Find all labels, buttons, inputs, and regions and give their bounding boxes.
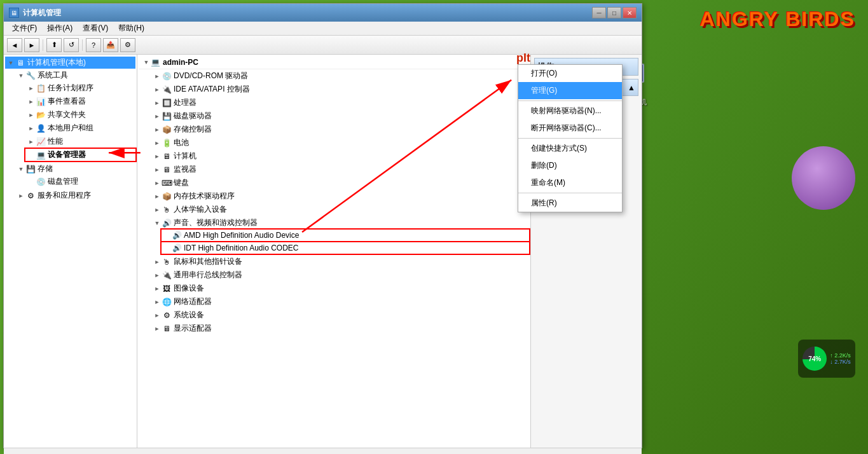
tree-item-perf: ► 📈 性能 — [25, 135, 135, 148]
expand-net[interactable]: ► — [153, 298, 162, 306]
device-row-storage-ctrl[interactable]: ► 📦 存储控制器 — [151, 123, 529, 135]
expand-system-tools[interactable]: ▼ — [17, 71, 25, 80]
device-row-mem-tech[interactable]: ► 📦 内存技术驱动程序 — [151, 190, 529, 202]
tree-row-services[interactable]: ► ⚙ 服务和应用程序 — [15, 189, 135, 202]
minimize-button[interactable]: ─ — [592, 7, 606, 18]
device-row-sys[interactable]: ► ⚙ 系统设备 — [151, 309, 529, 321]
device-row-monitor[interactable]: ► 🖥 监视器 — [151, 163, 529, 175]
expand-storage-ctrl[interactable]: ► — [153, 125, 162, 134]
expand-hid[interactable]: ► — [153, 205, 162, 214]
tree-row-event[interactable]: ► 📊 事件查看器 — [25, 95, 135, 107]
context-menu-map-drive[interactable]: 映射网络驱动器(N)... — [518, 102, 622, 120]
device-row-hdd[interactable]: ► 💾 磁盘驱动器 — [151, 110, 529, 122]
device-row-computer[interactable]: ► 🖥 计算机 — [151, 150, 529, 162]
expand-sys[interactable]: ► — [153, 311, 162, 320]
device-row-img[interactable]: ► 🖼 图像设备 — [151, 282, 529, 294]
device-row-net[interactable]: ► 🌐 网络适配器 — [151, 296, 529, 308]
tree-row-perf[interactable]: ► 📈 性能 — [25, 135, 135, 148]
tree-row-storage[interactable]: ▼ 💾 存储 — [15, 163, 135, 175]
up-button[interactable]: ⬆ — [46, 38, 62, 52]
refresh-button[interactable]: ↺ — [64, 38, 79, 52]
device-row-disp[interactable]: ► 🖥 显示适配器 — [151, 322, 529, 334]
device-row-dvd[interactable]: ► 💿 DVD/CD-ROM 驱动器 — [151, 70, 529, 82]
expand-shared[interactable]: ► — [27, 111, 36, 120]
amd-audio-label: AMD High Definition Audio Device — [184, 231, 299, 240]
menu-file[interactable]: 文件(F) — [7, 22, 42, 35]
cpu-label: 处理器 — [174, 97, 196, 108]
services-icon: ⚙ — [25, 191, 36, 201]
tree-row-disk[interactable]: 💿 磁盘管理 — [25, 175, 135, 188]
tree-row-system-tools[interactable]: ▼ 🔧 系统工具 — [15, 69, 135, 81]
close-button[interactable]: ✕ — [623, 7, 637, 18]
sound-children: 🔊 AMD High Definition Audio Device 🔊 IDT… — [162, 229, 529, 254]
expand-usb[interactable]: ► — [153, 271, 162, 280]
device-row-amd-audio[interactable]: 🔊 AMD High Definition Audio Device — [162, 230, 529, 241]
expand-sound[interactable]: ▼ — [153, 219, 162, 228]
dvd-label: DVD/CD-ROM 驱动器 — [174, 71, 248, 81]
expand-task[interactable]: ► — [27, 84, 36, 93]
expand-monitor[interactable]: ► — [153, 165, 162, 174]
settings-button[interactable]: ⚙ — [120, 38, 135, 52]
menu-view[interactable]: 查看(V) — [78, 22, 113, 35]
usb-icon: 🔌 — [162, 270, 172, 280]
expand-img[interactable]: ► — [153, 284, 162, 293]
device-row-hid[interactable]: ► 🖱 人体学输入设备 — [151, 203, 529, 216]
device-item-img: ► 🖼 图像设备 — [151, 282, 529, 295]
device-row-sound[interactable]: ▼ 🔊 声音、视频和游戏控制器 — [151, 217, 529, 229]
idt-audio-label: IDT High Definition Audio CODEC — [184, 244, 299, 252]
device-row-battery[interactable]: ► 🔋 电池 — [151, 137, 529, 149]
expand-users[interactable]: ► — [27, 124, 36, 133]
ide-icon: 🔌 — [162, 85, 172, 95]
context-menu-manage[interactable]: 管理(G) — [518, 82, 622, 99]
maximize-button[interactable]: □ — [607, 7, 621, 18]
device-item-sound: ▼ 🔊 声音、视频和游戏控制器 🔊 AMD High Definition Au… — [151, 216, 529, 255]
export-button[interactable]: 📤 — [103, 38, 118, 52]
menu-help[interactable]: 帮助(H) — [113, 22, 149, 35]
computer-dev-label: 计算机 — [174, 151, 196, 162]
help-button[interactable]: ? — [86, 38, 101, 52]
device-item-kbd: ► ⌨ 键盘 — [151, 176, 529, 189]
forward-button[interactable]: ► — [24, 38, 39, 52]
context-menu-delete[interactable]: 删除(D) — [518, 157, 622, 174]
expand-perf[interactable]: ► — [27, 137, 36, 146]
expand-computer[interactable]: ▼ — [142, 58, 151, 67]
expand-computer-dev[interactable]: ► — [153, 152, 162, 161]
sound-icon: 🔊 — [162, 218, 172, 228]
context-menu-sep1 — [518, 100, 622, 101]
context-menu-rename[interactable]: 重命名(M) — [518, 174, 622, 191]
expand-mouse[interactable]: ► — [153, 258, 162, 266]
device-row-ide[interactable]: ► 🔌 IDE ATA/ATAPI 控制器 — [151, 83, 529, 95]
titlebar-controls: ─ □ ✕ — [592, 7, 637, 18]
tree-row-device-mgr[interactable]: 💻 设备管理器 — [25, 149, 135, 161]
expand-hdd[interactable]: ► — [153, 112, 162, 121]
context-menu-properties[interactable]: 属性(R) — [518, 195, 622, 212]
tree-row-shared[interactable]: ► 📂 共享文件夹 — [25, 109, 135, 121]
expand-storage[interactable]: ▼ — [17, 165, 25, 174]
expand-event[interactable]: ► — [27, 97, 36, 106]
network-widget: 74% ↑ 2.2K/s ↓ 2.7K/s — [798, 340, 855, 378]
device-row-usb[interactable]: ► 🔌 通用串行总线控制器 — [151, 269, 529, 281]
expand-cpu[interactable]: ► — [153, 99, 162, 107]
context-menu-open[interactable]: 打开(O) — [518, 65, 622, 82]
device-row-mouse[interactable]: ► 🖱 鼠标和其他指针设备 — [151, 256, 529, 268]
expand-ide[interactable]: ► — [153, 85, 162, 94]
expand-mem-tech[interactable]: ► — [153, 192, 162, 201]
expand-dvd[interactable]: ► — [153, 72, 162, 81]
device-row-kbd[interactable]: ► ⌨ 键盘 — [151, 177, 529, 189]
tree-row-users[interactable]: ► 👤 本地用户和组 — [25, 122, 135, 134]
expand-battery[interactable]: ► — [153, 139, 162, 148]
menu-action[interactable]: 操作(A) — [42, 22, 78, 35]
device-row-idt-audio[interactable]: 🔊 IDT High Definition Audio CODEC — [162, 242, 529, 254]
expand-root[interactable]: ▼ — [6, 58, 15, 67]
tree-row-root[interactable]: ▼ 🖥 计算机管理(本地) — [5, 57, 135, 69]
menubar: 文件(F) 操作(A) 查看(V) 帮助(H) — [4, 22, 642, 36]
tree-row-task[interactable]: ► 📋 任务计划程序 — [25, 82, 135, 94]
context-menu-disconnect-drive[interactable]: 断开网络驱动器(C)... — [518, 120, 622, 137]
expand-services[interactable]: ► — [17, 191, 25, 200]
device-row-cpu[interactable]: ► 🔲 处理器 — [151, 97, 529, 109]
context-menu-create-shortcut[interactable]: 创建快捷方式(S) — [518, 140, 622, 157]
expand-kbd[interactable]: ► — [153, 179, 162, 188]
back-button[interactable]: ◄ — [7, 38, 22, 52]
expand-disp[interactable]: ► — [153, 324, 162, 333]
device-item-storage-ctrl: ► 📦 存储控制器 — [151, 123, 529, 136]
